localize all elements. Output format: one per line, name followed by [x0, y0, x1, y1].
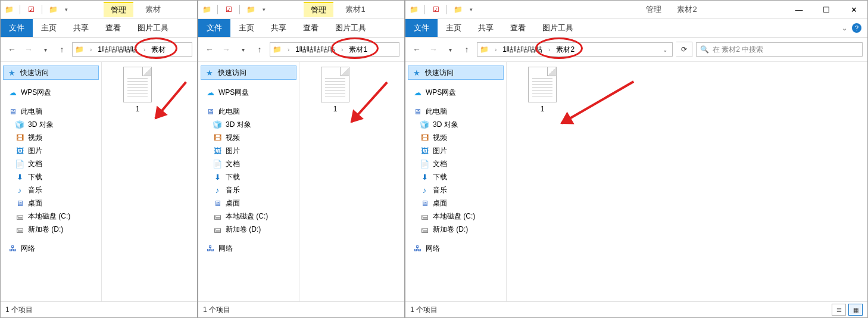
search-input[interactable]: 🔍 在 素材2 中搜索 [696, 42, 863, 57]
nav-up-button[interactable]: ↑ [253, 43, 266, 56]
sidebar-item-music[interactable]: ♪音乐 [408, 183, 504, 197]
minimize-button[interactable]: — [785, 1, 813, 18]
checkbox-icon[interactable]: ☑ [431, 5, 441, 14]
title-manage[interactable]: 管理 [104, 2, 133, 17]
address-box[interactable]: 📁 › 1咕咕咕咕咕 › 素材2 ⌄ [477, 42, 673, 57]
sidebar-item-desktop[interactable]: 🖥桌面 [201, 197, 296, 210]
sidebar-item-videos[interactable]: 🎞视频 [3, 131, 99, 144]
sidebar-item-music[interactable]: ♪音乐 [201, 183, 296, 197]
sidebar-item-new-vol-d[interactable]: 🖴新加卷 (D:) [201, 223, 296, 236]
sidebar-item-pictures[interactable]: 🖼图片 [408, 144, 504, 157]
sidebar-item-local-c[interactable]: 🖴本地磁盘 (C:) [201, 210, 296, 223]
sidebar-item-desktop[interactable]: 🖥桌面 [408, 197, 504, 210]
tab-file[interactable]: 文件 [1, 19, 33, 37]
nav-history-button[interactable]: ▾ [39, 43, 52, 56]
nav-forward-button[interactable]: → [427, 43, 440, 56]
chevron-down-icon[interactable]: ⌄ [660, 46, 670, 53]
crumb-parent[interactable]: 1咕咕咕咕咕 [98, 45, 138, 55]
nav-up-button[interactable]: ↑ [55, 43, 68, 56]
nav-back-button[interactable]: ← [410, 43, 423, 56]
sidebar-item-3d-objects[interactable]: 🧊3D 对象 [3, 118, 99, 131]
tab-share[interactable]: 共享 [470, 19, 502, 37]
refresh-button[interactable]: ⟳ [676, 42, 692, 57]
help-icon[interactable]: ? [852, 23, 861, 33]
view-details-button[interactable]: ☰ [832, 304, 846, 316]
crumb-current[interactable]: 素材 [151, 45, 166, 55]
sidebar-item-quick-access[interactable]: ★快速访问 [201, 66, 296, 80]
tab-picture-tools[interactable]: 图片工具 [327, 19, 374, 37]
sidebar-item-new-vol-d[interactable]: 🖴新加卷 (D:) [408, 223, 504, 236]
sidebar-item-pictures[interactable]: 🖼图片 [3, 144, 99, 157]
file-item[interactable]: 1 [311, 67, 359, 113]
sidebar-item-this-pc[interactable]: 🖥此电脑 [408, 105, 504, 118]
nav-forward-button[interactable]: → [22, 43, 35, 56]
tab-home[interactable]: 主页 [438, 19, 470, 37]
checkbox-icon[interactable]: ☑ [224, 5, 233, 14]
sidebar-item-network[interactable]: 🖧网络 [201, 242, 296, 255]
tab-file[interactable]: 文件 [198, 19, 230, 37]
address-box[interactable]: 📁 › 1咕咕咕咕咕 › 素材 [72, 42, 192, 57]
file-list[interactable]: 1 [507, 62, 867, 301]
sidebar-item-downloads[interactable]: ⬇下载 [3, 170, 99, 183]
address-box[interactable]: 📁 › 1咕咕咕咕咕 › 素材1 [270, 42, 399, 57]
nav-back-button[interactable]: ← [5, 43, 18, 56]
tab-home[interactable]: 主页 [230, 19, 263, 37]
sidebar-item-this-pc[interactable]: 🖥此电脑 [201, 105, 296, 118]
tab-view[interactable]: 查看 [502, 19, 534, 37]
sidebar-item-pictures[interactable]: 🖼图片 [201, 144, 296, 157]
view-icons-button[interactable]: ▦ [848, 304, 863, 316]
sidebar-item-downloads[interactable]: ⬇下载 [201, 170, 296, 183]
file-item[interactable]: 1 [519, 67, 566, 113]
chevron-down-icon[interactable]: ▾ [61, 5, 71, 14]
title-manage[interactable]: 管理 [642, 2, 665, 17]
sidebar-item-music[interactable]: ♪音乐 [3, 183, 99, 197]
crumb-current[interactable]: 素材2 [556, 45, 574, 55]
sidebar-item-downloads[interactable]: ⬇下载 [408, 170, 504, 183]
nav-back-button[interactable]: ← [203, 43, 216, 56]
title-manage[interactable]: 管理 [304, 2, 333, 17]
sidebar-item-network[interactable]: 🖧网络 [408, 242, 504, 255]
sidebar-item-quick-access[interactable]: ★快速访问 [3, 66, 99, 80]
ribbon-collapse-icon[interactable]: ⌄ [842, 24, 847, 32]
tab-view[interactable]: 查看 [97, 19, 129, 37]
sidebar-item-wps[interactable]: ☁WPS网盘 [201, 86, 296, 99]
sidebar-item-local-c[interactable]: 🖴本地磁盘 (C:) [3, 210, 99, 223]
tab-picture-tools[interactable]: 图片工具 [129, 19, 177, 37]
close-button[interactable]: ✕ [840, 1, 867, 18]
tab-file[interactable]: 文件 [405, 19, 438, 37]
nav-history-button[interactable]: ▾ [236, 43, 249, 56]
sidebar-item-videos[interactable]: 🎞视频 [201, 131, 296, 144]
nav-forward-button[interactable]: → [220, 43, 233, 56]
sidebar-item-3d-objects[interactable]: 🧊3D 对象 [201, 118, 296, 131]
file-list[interactable]: 1 [102, 62, 197, 301]
sidebar-item-this-pc[interactable]: 🖥此电脑 [3, 105, 99, 118]
chevron-down-icon[interactable]: ▾ [259, 5, 268, 14]
tab-share[interactable]: 共享 [263, 19, 295, 37]
checkbox-icon[interactable]: ☑ [26, 5, 36, 14]
sidebar-item-documents[interactable]: 📄文档 [3, 157, 99, 170]
sidebar-item-documents[interactable]: 📄文档 [408, 157, 504, 170]
crumb-parent[interactable]: 1咕咕咕咕咕 [502, 45, 542, 55]
file-item[interactable]: 1 [114, 67, 161, 113]
sidebar-item-desktop[interactable]: 🖥桌面 [3, 197, 99, 210]
sidebar-item-quick-access[interactable]: ★快速访问 [408, 66, 504, 80]
tab-view[interactable]: 查看 [295, 19, 327, 37]
sidebar-item-documents[interactable]: 📄文档 [201, 157, 296, 170]
sidebar-item-network[interactable]: 🖧网络 [3, 242, 99, 255]
sidebar-item-wps[interactable]: ☁WPS网盘 [3, 86, 99, 99]
sidebar-item-videos[interactable]: 🎞视频 [408, 131, 504, 144]
tab-picture-tools[interactable]: 图片工具 [534, 19, 582, 37]
crumb-parent[interactable]: 1咕咕咕咕咕 [295, 45, 335, 55]
sidebar-item-3d-objects[interactable]: 🧊3D 对象 [408, 118, 504, 131]
sidebar-item-local-c[interactable]: 🖴本地磁盘 (C:) [408, 210, 504, 223]
tab-share[interactable]: 共享 [65, 19, 97, 37]
sidebar-item-new-vol-d[interactable]: 🖴新加卷 (D:) [3, 223, 99, 236]
crumb-current[interactable]: 素材1 [349, 45, 367, 55]
maximize-button[interactable]: ☐ [813, 1, 840, 18]
chevron-down-icon[interactable]: ▾ [466, 5, 476, 14]
sidebar-item-wps[interactable]: ☁WPS网盘 [408, 86, 504, 99]
nav-history-button[interactable]: ▾ [444, 43, 457, 56]
file-list[interactable]: 1 [299, 62, 404, 301]
nav-up-button[interactable]: ↑ [460, 43, 473, 56]
tab-home[interactable]: 主页 [33, 19, 65, 37]
